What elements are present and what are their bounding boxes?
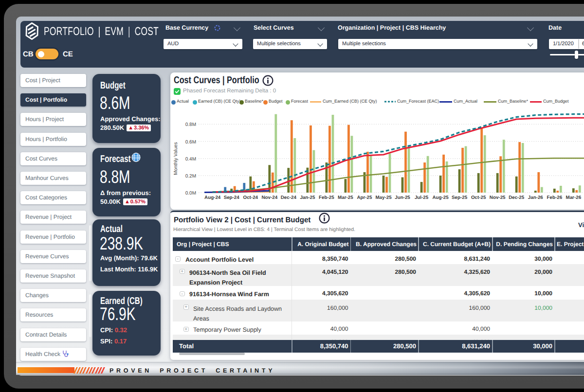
svg-text:Dec-25: Dec-25: [509, 195, 525, 200]
svg-text:Feb-25: Feb-25: [319, 195, 334, 200]
svg-text:Mar-26: Mar-26: [566, 195, 582, 200]
svg-text:Oct-25: Oct-25: [471, 195, 486, 200]
svg-text:Mar-25: Mar-25: [338, 195, 353, 200]
svg-text:Jul-25: Jul-25: [415, 195, 429, 200]
svg-text:Jan-26: Jan-26: [528, 195, 544, 200]
svg-text:Monthly Values: Monthly Values: [173, 142, 179, 175]
svg-text:Sep-24: Sep-24: [224, 195, 240, 200]
svg-text:Sep-25: Sep-25: [452, 195, 468, 200]
svg-text:Feb-26: Feb-26: [547, 195, 563, 200]
svg-text:0.2M: 0.2M: [185, 174, 196, 179]
svg-text:May-25: May-25: [375, 195, 392, 200]
svg-text:Apr-25: Apr-25: [357, 195, 372, 200]
svg-text:Jun-25: Jun-25: [395, 195, 410, 200]
svg-text:Aug-24: Aug-24: [204, 195, 221, 200]
svg-text:0.0M: 0.0M: [185, 191, 196, 196]
svg-text:Jan-25: Jan-25: [300, 195, 315, 200]
svg-text:Nov-24: Nov-24: [261, 195, 277, 200]
svg-text:Nov-25: Nov-25: [490, 195, 506, 200]
svg-text:Dec-24: Dec-24: [281, 195, 297, 200]
svg-text:0.8M: 0.8M: [185, 122, 196, 127]
svg-text:Aug-25: Aug-25: [432, 195, 449, 200]
svg-text:0.4M: 0.4M: [185, 157, 196, 162]
svg-text:0.6M: 0.6M: [185, 140, 196, 145]
svg-text:Oct-24: Oct-24: [243, 195, 258, 200]
